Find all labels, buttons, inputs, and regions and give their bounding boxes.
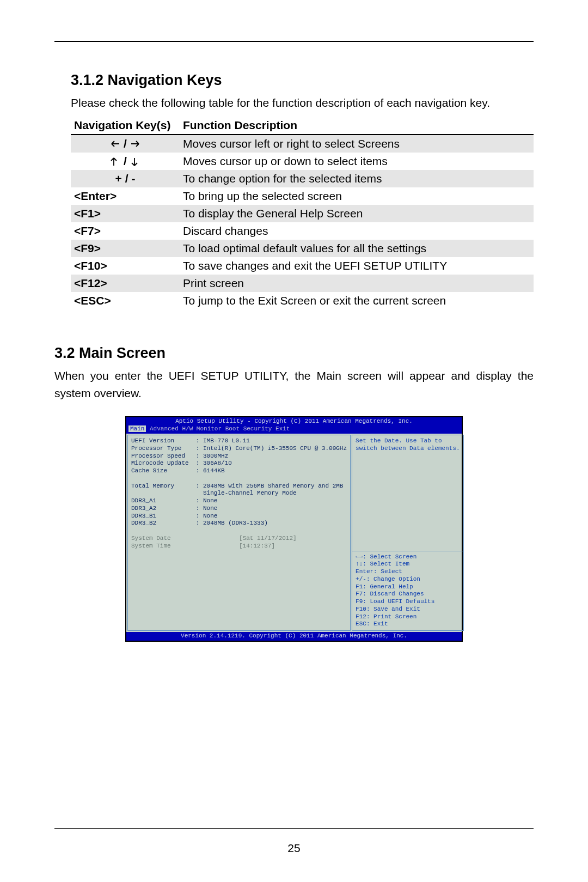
table-row: <Enter>To bring up the selected screen xyxy=(71,187,534,205)
bios-help-line: switch between Data elements. xyxy=(356,445,460,453)
bios-info-line: DDR3_B2 : 2048MB (DDR3-1333) xyxy=(131,520,347,527)
nav-key-cell: <F10> xyxy=(71,257,180,275)
page-number: 25 xyxy=(0,842,588,855)
bios-left-panel: UEFI Version : IMB-770 L0.11Processor Ty… xyxy=(127,435,351,631)
bios-menu-main: Main xyxy=(128,425,146,432)
table-row: / Moves cursor up or down to select item… xyxy=(71,153,534,170)
bios-help-top: Set the Date. Use Tab to switch between … xyxy=(352,435,463,551)
nav-key-cell: + / - xyxy=(71,170,180,187)
table-row: / Moves cursor left or right to select S… xyxy=(71,135,534,153)
nav-desc-cell: To change option for the selected items xyxy=(180,170,534,187)
bios-info-line: Processor Speed : 3000MHz xyxy=(131,453,347,460)
arrow-up-icon xyxy=(109,155,120,167)
nav-desc-cell: Discard changes xyxy=(180,222,534,240)
bios-info-line: Processor Type : Intel(R) Core(TM) i5-35… xyxy=(131,445,347,453)
th-desc: Function Description xyxy=(180,117,534,135)
bios-info-line: UEFI Version : IMB-770 L0.11 xyxy=(131,437,347,445)
bios-help-keys: ←→: Select Screen↑↓: Select ItemEnter: S… xyxy=(352,551,463,631)
nav-key-cell: / xyxy=(71,153,180,170)
table-row: <F9>To load optimal default values for a… xyxy=(71,240,534,257)
table-row: + / -To change option for the selected i… xyxy=(71,170,534,187)
nav-key-cell: / xyxy=(71,135,180,153)
nav-desc-cell: Moves cursor left or right to select Scr… xyxy=(180,135,534,153)
bios-info-line: DDR3_A2 : None xyxy=(131,505,347,513)
nav-desc-cell: To save changes and exit the UEFI SETUP … xyxy=(180,257,534,275)
bios-help-key-line: +/-: Change Option xyxy=(356,576,460,583)
arrow-left-icon xyxy=(109,137,120,150)
bios-version: Version 2.14.1219. Copyright (C) 2011 Am… xyxy=(126,632,462,641)
bios-help-key-line: F9: Load UEFI Defaults xyxy=(356,598,460,606)
intro-main-screen: When you enter the UEFI SETUP UTILITY, t… xyxy=(54,367,534,403)
bios-help-key-line: F7: Discard Changes xyxy=(356,591,460,598)
bios-info-line: DDR3_A1 : None xyxy=(131,497,347,505)
bios-title: Aptio Setup Utility - Copyright (C) 2011… xyxy=(126,417,462,426)
bios-info-line xyxy=(131,475,347,483)
nav-key-cell: <F12> xyxy=(71,275,180,292)
bios-help-key-line: ↑↓: Select Item xyxy=(356,561,460,568)
table-row: <ESC>To jump to the Exit Screen or exit … xyxy=(71,292,534,309)
bios-help-key-line: Enter: Select xyxy=(356,568,460,576)
table-row: <F10>To save changes and exit the UEFI S… xyxy=(71,257,534,275)
nav-key-cell: <ESC> xyxy=(71,292,180,309)
bios-menu-rest: Advanced H/W Monitor Boot Security Exit xyxy=(150,425,290,432)
rule-top xyxy=(54,41,534,42)
nav-key-cell: <Enter> xyxy=(71,187,180,205)
bios-info-line: Single-Channel Memory Mode xyxy=(131,490,347,497)
nav-desc-cell: Print screen xyxy=(180,275,534,292)
bios-info-line: Microcode Update : 306A8/10 xyxy=(131,460,347,467)
bios-help-key-line: ESC: Exit xyxy=(356,621,460,628)
bios-menu: Main Advanced H/W Monitor Boot Security … xyxy=(126,425,462,434)
nav-desc-cell: To load optimal default values for all t… xyxy=(180,240,534,257)
nav-key-cell: <F1> xyxy=(71,205,180,222)
bios-info-line: Cache Size : 6144KB xyxy=(131,467,347,475)
heading-nav-keys: 3.1.2 Navigation Keys xyxy=(71,72,534,89)
bios-help-key-line: F10: Save and Exit xyxy=(356,606,460,613)
bios-system-date: System Date [Sat 11/17/2012] xyxy=(131,535,347,543)
bios-help-line: Set the Date. Use Tab to xyxy=(356,437,460,445)
nav-keys-table: Navigation Key(s) Function Description /… xyxy=(71,117,534,309)
th-key: Navigation Key(s) xyxy=(71,117,180,135)
nav-desc-cell: To display the General Help Screen xyxy=(180,205,534,222)
nav-desc-cell: To jump to the Exit Screen or exit the c… xyxy=(180,292,534,309)
bios-info-line: Total Memory : 2048MB with 256MB Shared … xyxy=(131,483,347,490)
arrow-down-icon xyxy=(130,155,141,167)
nav-key-cell: <F7> xyxy=(71,222,180,240)
nav-key-cell: <F9> xyxy=(71,240,180,257)
bios-info-line: DDR3_B1 : None xyxy=(131,513,347,520)
nav-desc-cell: Moves cursor up or down to select items xyxy=(180,153,534,170)
table-row: <F1>To display the General Help Screen xyxy=(71,205,534,222)
bios-screenshot: Aptio Setup Utility - Copyright (C) 2011… xyxy=(125,416,463,642)
table-row: <F12>Print screen xyxy=(71,275,534,292)
table-row: <F7>Discard changes xyxy=(71,222,534,240)
bios-system-time: System Time [14:12:37] xyxy=(131,543,347,550)
bios-help-key-line: ←→: Select Screen xyxy=(356,553,460,561)
heading-main-screen: 3.2 Main Screen xyxy=(54,345,534,362)
nav-desc-cell: To bring up the selected screen xyxy=(180,187,534,205)
bios-help-key-line: F1: General Help xyxy=(356,583,460,591)
arrow-right-icon xyxy=(130,137,141,150)
intro-nav-keys: Please check the following table for the… xyxy=(71,94,534,112)
rule-bottom xyxy=(54,828,534,829)
bios-help-key-line: F12: Print Screen xyxy=(356,613,460,621)
